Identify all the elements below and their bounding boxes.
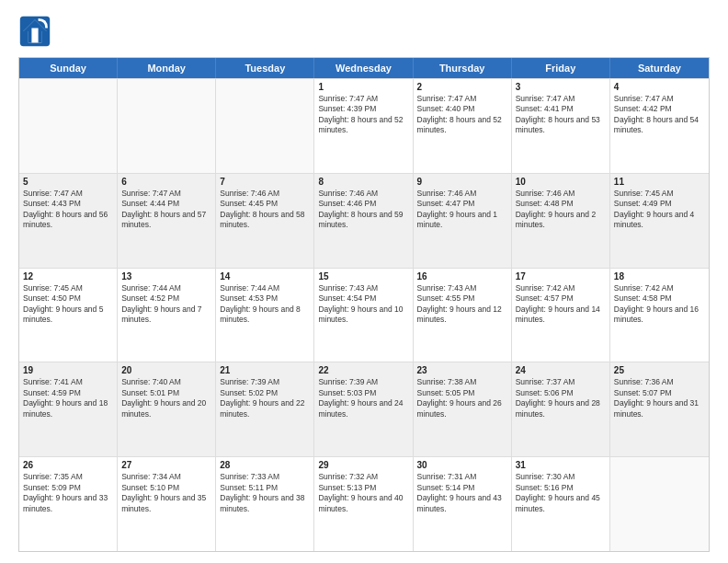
day-info: Sunrise: 7:44 AM Sunset: 4:53 PM Dayligh… (220, 283, 310, 326)
calendar-row: 1Sunrise: 7:47 AM Sunset: 4:39 PM Daylig… (19, 78, 709, 173)
calendar-cell: 9Sunrise: 7:46 AM Sunset: 4:47 PM Daylig… (414, 174, 512, 268)
day-info: Sunrise: 7:44 AM Sunset: 4:52 PM Dayligh… (121, 283, 211, 326)
day-info: Sunrise: 7:46 AM Sunset: 4:47 PM Dayligh… (417, 189, 507, 231)
calendar-cell: 14Sunrise: 7:44 AM Sunset: 4:53 PM Dayli… (216, 269, 314, 362)
page-header (18, 15, 710, 48)
calendar: SundayMondayTuesdayWednesdayThursdayFrid… (18, 57, 710, 552)
calendar-cell: 10Sunrise: 7:46 AM Sunset: 4:48 PM Dayli… (512, 174, 610, 268)
calendar-cell: 23Sunrise: 7:38 AM Sunset: 5:05 PM Dayli… (414, 362, 512, 456)
day-number: 26 (23, 460, 113, 470)
calendar-cell: 8Sunrise: 7:46 AM Sunset: 4:46 PM Daylig… (314, 174, 413, 268)
calendar-row: 19Sunrise: 7:41 AM Sunset: 4:59 PM Dayli… (19, 362, 709, 456)
calendar-cell: 26Sunrise: 7:35 AM Sunset: 5:09 PM Dayli… (19, 457, 118, 551)
day-number: 17 (516, 271, 606, 282)
weekday-header: Wednesday (314, 58, 413, 78)
calendar-cell: 1Sunrise: 7:47 AM Sunset: 4:39 PM Daylig… (314, 79, 413, 173)
day-info: Sunrise: 7:47 AM Sunset: 4:43 PM Dayligh… (23, 189, 113, 231)
calendar-cell: 31Sunrise: 7:30 AM Sunset: 5:16 PM Dayli… (512, 457, 610, 551)
day-info: Sunrise: 7:47 AM Sunset: 4:40 PM Dayligh… (417, 94, 507, 136)
weekday-header: Friday (512, 58, 610, 78)
day-number: 6 (121, 177, 211, 187)
page: SundayMondayTuesdayWednesdayThursdayFrid… (0, 0, 728, 563)
day-info: Sunrise: 7:43 AM Sunset: 4:54 PM Dayligh… (318, 283, 408, 326)
day-number: 4 (614, 82, 705, 92)
day-info: Sunrise: 7:47 AM Sunset: 4:44 PM Dayligh… (121, 189, 211, 231)
logo-icon (18, 15, 51, 48)
day-number: 5 (23, 177, 113, 187)
day-number: 9 (417, 177, 507, 187)
day-number: 22 (318, 365, 408, 375)
day-number: 8 (318, 177, 408, 187)
day-info: Sunrise: 7:45 AM Sunset: 4:50 PM Dayligh… (23, 283, 113, 326)
calendar-cell: 30Sunrise: 7:31 AM Sunset: 5:14 PM Dayli… (414, 457, 512, 551)
weekday-header: Tuesday (216, 58, 314, 78)
day-info: Sunrise: 7:47 AM Sunset: 4:42 PM Dayligh… (614, 94, 705, 136)
day-info: Sunrise: 7:42 AM Sunset: 4:57 PM Dayligh… (516, 283, 606, 326)
calendar-cell (610, 457, 709, 551)
day-info: Sunrise: 7:39 AM Sunset: 5:02 PM Dayligh… (220, 377, 310, 419)
day-info: Sunrise: 7:30 AM Sunset: 5:16 PM Dayligh… (516, 472, 606, 514)
calendar-cell: 21Sunrise: 7:39 AM Sunset: 5:02 PM Dayli… (216, 362, 314, 456)
calendar-cell: 17Sunrise: 7:42 AM Sunset: 4:57 PM Dayli… (512, 269, 610, 362)
weekday-header: Saturday (610, 58, 709, 78)
day-number: 11 (614, 177, 705, 187)
day-info: Sunrise: 7:39 AM Sunset: 5:03 PM Dayligh… (318, 377, 408, 419)
day-info: Sunrise: 7:46 AM Sunset: 4:48 PM Dayligh… (516, 189, 606, 231)
day-number: 23 (417, 365, 507, 375)
weekday-header: Monday (118, 58, 216, 78)
day-info: Sunrise: 7:31 AM Sunset: 5:14 PM Dayligh… (417, 472, 507, 514)
day-number: 19 (23, 365, 113, 375)
day-number: 2 (417, 82, 507, 92)
day-number: 10 (516, 177, 606, 187)
calendar-row: 26Sunrise: 7:35 AM Sunset: 5:09 PM Dayli… (19, 456, 709, 551)
day-number: 15 (318, 271, 408, 282)
day-info: Sunrise: 7:33 AM Sunset: 5:11 PM Dayligh… (220, 472, 310, 514)
calendar-cell: 29Sunrise: 7:32 AM Sunset: 5:13 PM Dayli… (314, 457, 413, 551)
calendar-row: 12Sunrise: 7:45 AM Sunset: 4:50 PM Dayli… (19, 268, 709, 362)
day-info: Sunrise: 7:47 AM Sunset: 4:41 PM Dayligh… (516, 94, 606, 136)
day-info: Sunrise: 7:35 AM Sunset: 5:09 PM Dayligh… (23, 472, 113, 514)
day-info: Sunrise: 7:47 AM Sunset: 4:39 PM Dayligh… (318, 94, 408, 136)
day-number: 16 (417, 271, 507, 282)
calendar-cell (19, 79, 118, 173)
calendar-cell: 24Sunrise: 7:37 AM Sunset: 5:06 PM Dayli… (512, 362, 610, 456)
calendar-cell: 15Sunrise: 7:43 AM Sunset: 4:54 PM Dayli… (314, 269, 413, 362)
day-number: 12 (23, 271, 113, 282)
day-number: 28 (220, 460, 310, 470)
calendar-cell: 11Sunrise: 7:45 AM Sunset: 4:49 PM Dayli… (610, 174, 709, 268)
day-info: Sunrise: 7:37 AM Sunset: 5:06 PM Dayligh… (516, 377, 606, 419)
day-info: Sunrise: 7:34 AM Sunset: 5:10 PM Dayligh… (121, 472, 211, 514)
day-number: 13 (121, 271, 211, 282)
calendar-cell: 12Sunrise: 7:45 AM Sunset: 4:50 PM Dayli… (19, 269, 118, 362)
day-number: 25 (614, 365, 705, 375)
day-number: 31 (516, 460, 606, 470)
calendar-cell: 20Sunrise: 7:40 AM Sunset: 5:01 PM Dayli… (118, 362, 216, 456)
calendar-cell (216, 79, 314, 173)
calendar-body: 1Sunrise: 7:47 AM Sunset: 4:39 PM Daylig… (19, 78, 709, 551)
day-number: 29 (318, 460, 408, 470)
day-number: 20 (121, 365, 211, 375)
day-info: Sunrise: 7:45 AM Sunset: 4:49 PM Dayligh… (614, 189, 705, 231)
day-number: 1 (318, 82, 408, 92)
day-info: Sunrise: 7:38 AM Sunset: 5:05 PM Dayligh… (417, 377, 507, 419)
calendar-cell (118, 79, 216, 173)
calendar-row: 5Sunrise: 7:47 AM Sunset: 4:43 PM Daylig… (19, 173, 709, 268)
day-info: Sunrise: 7:42 AM Sunset: 4:58 PM Dayligh… (614, 283, 705, 326)
calendar-cell: 7Sunrise: 7:46 AM Sunset: 4:45 PM Daylig… (216, 174, 314, 268)
day-info: Sunrise: 7:32 AM Sunset: 5:13 PM Dayligh… (318, 472, 408, 514)
calendar-cell: 28Sunrise: 7:33 AM Sunset: 5:11 PM Dayli… (216, 457, 314, 551)
day-info: Sunrise: 7:41 AM Sunset: 4:59 PM Dayligh… (23, 377, 113, 419)
weekday-header: Sunday (19, 58, 118, 78)
day-number: 18 (614, 271, 705, 282)
day-info: Sunrise: 7:36 AM Sunset: 5:07 PM Dayligh… (614, 377, 705, 419)
day-info: Sunrise: 7:43 AM Sunset: 4:55 PM Dayligh… (417, 283, 507, 326)
day-number: 24 (516, 365, 606, 375)
calendar-cell: 16Sunrise: 7:43 AM Sunset: 4:55 PM Dayli… (414, 269, 512, 362)
calendar-cell: 2Sunrise: 7:47 AM Sunset: 4:40 PM Daylig… (414, 79, 512, 173)
day-number: 3 (516, 82, 606, 92)
calendar-cell: 6Sunrise: 7:47 AM Sunset: 4:44 PM Daylig… (118, 174, 216, 268)
calendar-cell: 3Sunrise: 7:47 AM Sunset: 4:41 PM Daylig… (512, 79, 610, 173)
calendar-cell: 27Sunrise: 7:34 AM Sunset: 5:10 PM Dayli… (118, 457, 216, 551)
weekday-header: Thursday (414, 58, 512, 78)
calendar-cell: 4Sunrise: 7:47 AM Sunset: 4:42 PM Daylig… (610, 79, 709, 173)
